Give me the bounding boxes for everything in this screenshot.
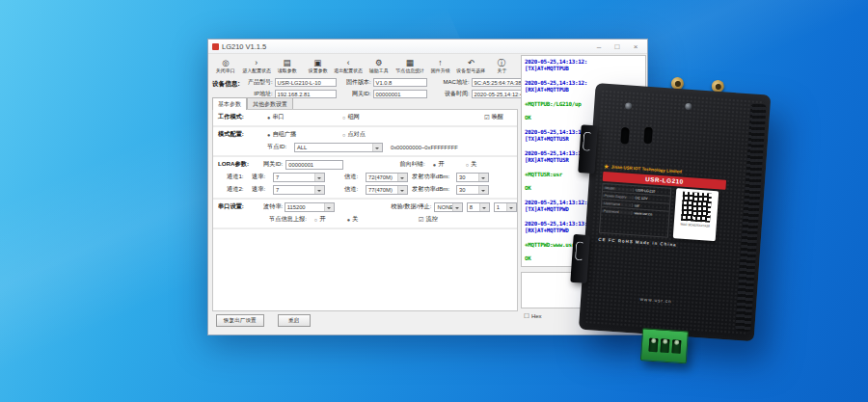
mode-config-radio[interactable]: ○ 点对点 bbox=[342, 130, 418, 139]
stopbits-select[interactable]: 1 bbox=[494, 202, 517, 212]
radio-icon: ● bbox=[347, 217, 350, 223]
node-report-label: 节点信息上报: bbox=[269, 215, 307, 224]
toolbar-icon: ⚙ bbox=[375, 59, 383, 67]
app-icon bbox=[212, 43, 219, 50]
channel-select[interactable]: 72(470M) bbox=[366, 173, 408, 182]
hex-checkbox[interactable]: ☐ Hex bbox=[524, 312, 542, 320]
flow-control-checkbox[interactable]: ☑ 流控 bbox=[419, 215, 438, 224]
toolbar-button[interactable]: ▣ 设置参数 bbox=[302, 59, 333, 74]
mode-config-label: 模式配置: bbox=[213, 130, 256, 139]
channel-label: 信道: bbox=[344, 173, 366, 181]
qr-sticker: MAC 9CA525647A38 bbox=[673, 188, 719, 241]
databits-select[interactable]: 8 bbox=[467, 202, 490, 212]
parity-select[interactable]: NONE bbox=[434, 202, 462, 212]
radio-icon: ● bbox=[267, 132, 270, 138]
field-value[interactable]: V1.0.8 bbox=[373, 78, 427, 87]
toolbar-button[interactable]: ‹ 退出配置状态 bbox=[333, 59, 364, 74]
device-info-field: 固件版本: V1.0.8 bbox=[342, 78, 427, 88]
rate-select[interactable]: 7 bbox=[273, 185, 325, 195]
factory-reset-button[interactable]: 恢复出厂设置 bbox=[216, 314, 264, 327]
din-rail-clip bbox=[570, 234, 589, 283]
window-title: LG210 V1.1.5 bbox=[222, 42, 266, 51]
lora-params-group: LORA参数: 网关ID: 00000001 前向纠错: ● 开 ○ 关 bbox=[213, 157, 517, 200]
toolbar-button[interactable]: ▦ 节点信息统计 bbox=[394, 59, 425, 74]
spec-value: USR-LG210 bbox=[634, 188, 670, 195]
fec-label: 前向纠错: bbox=[399, 160, 424, 169]
toolbar-icon: › bbox=[255, 59, 258, 67]
spec-key: Username bbox=[602, 201, 633, 206]
toolbar-button[interactable]: ▤ 读取参数 bbox=[272, 59, 303, 74]
mount-slot bbox=[644, 127, 653, 145]
hex-label: Hex bbox=[531, 313, 542, 319]
field-value[interactable]: 00000001 bbox=[373, 90, 427, 98]
device-info-field: 网关ID: 00000001 bbox=[342, 90, 427, 99]
device-info-fields: 产品型号: USR-LG210-L-10 固件版本: V1.0.8 MAC地址:… bbox=[240, 78, 553, 98]
radio-label: 关 bbox=[471, 160, 476, 169]
work-mode-radio[interactable]: ○ 组网 bbox=[342, 113, 418, 121]
power-select[interactable]: 30 bbox=[456, 185, 489, 195]
tab-basic-params[interactable]: 基本参数 bbox=[212, 97, 247, 110]
spec-value: www.usr.cn bbox=[632, 211, 668, 218]
field-value[interactable]: USR-LG210-L-10 bbox=[275, 78, 337, 87]
toolbar-icon: ↑ bbox=[438, 59, 442, 67]
close-button[interactable]: × bbox=[631, 42, 640, 51]
fec-radio[interactable]: ● 开 bbox=[433, 160, 466, 169]
restart-button[interactable]: 重启 bbox=[278, 314, 311, 327]
toolbar-button[interactable]: ↑ 固件升级 bbox=[425, 59, 456, 74]
channel-label: 信道: bbox=[344, 185, 366, 194]
toolbar-label: 进入配置状态 bbox=[242, 67, 271, 73]
minimize-button[interactable]: – bbox=[594, 42, 604, 51]
radio-label: 自组广播 bbox=[272, 130, 296, 139]
din-rail-clip bbox=[578, 124, 597, 174]
toolbar-button[interactable]: ↶ 设备型号选择 bbox=[455, 59, 486, 74]
fec-radio[interactable]: ○ 关 bbox=[466, 160, 499, 169]
checkbox-icon: ☑ bbox=[484, 114, 490, 121]
toolbar-button[interactable]: › 进入配置状态 bbox=[241, 59, 272, 74]
work-mode-radio[interactable]: ● 串口 bbox=[267, 113, 342, 121]
radio-icon: ● bbox=[433, 162, 436, 168]
toolbar-label: 辅助工具 bbox=[369, 67, 389, 73]
toolbar-button[interactable]: ⚙ 辅助工具 bbox=[364, 59, 394, 74]
spec-key: Power Supply bbox=[603, 193, 634, 199]
power-select[interactable]: 30 bbox=[456, 173, 489, 182]
channel-select[interactable]: 77(470M) bbox=[366, 185, 408, 195]
log-line: 2020-05-25,14:13:12: bbox=[525, 59, 644, 66]
usr-lg210-device-photo: ★ Jinan USR IOT Technology Limited USR-L… bbox=[567, 68, 778, 372]
lora-channel-row: 通道2: 速率: 7 信道: 77(470M) 发射功率dBm: 30 bbox=[213, 183, 517, 196]
gateway-id-input[interactable]: 00000001 bbox=[285, 160, 343, 170]
node-id-label: 节点ID: bbox=[267, 143, 294, 151]
spec-value: DC 12V bbox=[633, 196, 669, 202]
device-label-plate: ★ Jinan USR IOT Technology Limited USR-L… bbox=[598, 163, 726, 251]
checkbox-label: 唤醒 bbox=[492, 113, 503, 121]
maximize-button[interactable]: □ bbox=[612, 42, 622, 51]
field-label: 网关ID: bbox=[342, 90, 371, 98]
field-label: MAC地址: bbox=[433, 78, 470, 87]
spec-key: Model bbox=[603, 185, 634, 191]
wake-checkbox[interactable]: ☑ 唤醒 bbox=[484, 113, 503, 121]
node-report-radio[interactable]: ○ 开 bbox=[314, 215, 347, 224]
power-label: 发射功率dBm: bbox=[412, 185, 456, 194]
usr-star-logo: ★ bbox=[604, 163, 610, 170]
toolbar-button[interactable]: ◎ 关闭串口 bbox=[210, 59, 241, 74]
rate-select[interactable]: 7 bbox=[273, 173, 325, 182]
node-report-radio[interactable]: ● 关 bbox=[347, 215, 380, 224]
toolbar-icon: ⓘ bbox=[498, 59, 506, 67]
spec-table: Model USR-LG210 Power Supply DC 12V User… bbox=[599, 183, 671, 238]
gateway-id-label: 网关ID: bbox=[263, 160, 283, 169]
toolbar-icon: ↶ bbox=[468, 59, 475, 67]
toolbar-label: 退出配置状态 bbox=[334, 67, 363, 73]
toolbar-icon: ▣ bbox=[313, 59, 321, 67]
baud-select[interactable]: 115200 bbox=[285, 202, 336, 212]
power-label: 发射功率dBm: bbox=[412, 173, 456, 181]
toolbar-button[interactable]: ⓘ 关于 bbox=[486, 59, 517, 74]
mode-config-radio[interactable]: ● 自组广播 bbox=[267, 130, 342, 139]
toolbar-label: 关于 bbox=[497, 67, 506, 73]
channel-name: 通道2: bbox=[227, 185, 252, 194]
radio-label: 点对点 bbox=[347, 130, 366, 139]
mount-slot bbox=[620, 127, 629, 145]
baud-label: 波特率: bbox=[263, 202, 285, 211]
title-bar[interactable]: LG210 V1.1.5 – □ × bbox=[208, 40, 647, 54]
node-id-select[interactable]: ALL bbox=[294, 143, 383, 152]
toolbar-icon: ‹ bbox=[347, 59, 350, 67]
lora-channel-row: 通道1: 速率: 7 信道: 72(470M) 发射功率dBm: 30 bbox=[213, 171, 517, 183]
